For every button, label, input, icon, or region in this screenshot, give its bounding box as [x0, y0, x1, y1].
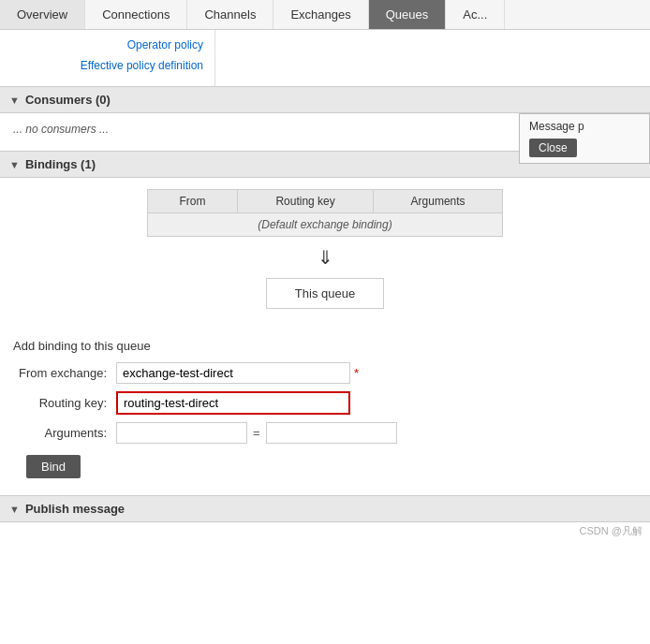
bind-button[interactable]: Bind [26, 455, 81, 478]
tab-overview[interactable]: Overview [0, 0, 85, 29]
arguments-input-right[interactable] [266, 422, 397, 444]
routing-key-row: Routing key: [13, 391, 637, 415]
watermark: CSDN @凡解 [0, 522, 650, 540]
close-popup-button[interactable]: Close [529, 139, 577, 157]
tab-ac[interactable]: Ac... [446, 0, 505, 29]
bindings-section: ▼ Bindings (1) From Routing key Argument… [0, 151, 650, 326]
effective-policy-link[interactable]: Effective policy definition [0, 56, 203, 77]
add-binding-title: Add binding to this queue [13, 339, 637, 353]
popup-title: Message p [529, 120, 640, 133]
bindings-arrow-icon: ▼ [9, 159, 20, 170]
tab-exchanges[interactable]: Exchanges [273, 0, 368, 29]
binding-down-arrow-icon: ⇓ [13, 246, 637, 269]
publish-section: ▼ Publish message [0, 495, 650, 522]
from-exchange-row: From exchange: * [13, 362, 637, 384]
bindings-col-arguments: Arguments [374, 190, 503, 213]
binding-default-cell: (Default exchange binding) [148, 213, 503, 237]
arguments-row: Arguments: = [13, 422, 637, 444]
consumers-arrow-icon: ▼ [9, 95, 20, 106]
operator-policy-link[interactable]: Operator policy [0, 36, 203, 56]
tab-connections[interactable]: Connections [85, 0, 187, 29]
tab-channels[interactable]: Channels [187, 0, 273, 29]
add-binding-section: Add binding to this queue From exchange:… [0, 326, 650, 486]
bindings-table: From Routing key Arguments (Default exch… [147, 189, 503, 237]
equals-sign: = [253, 426, 260, 440]
no-consumers-text: ... no consumers ... [13, 123, 109, 136]
bindings-col-from: From [148, 190, 238, 213]
from-exchange-input[interactable] [116, 362, 350, 384]
bindings-title: Bindings (1) [25, 157, 96, 171]
from-exchange-label: From exchange: [13, 366, 116, 380]
arguments-input-left[interactable] [116, 422, 247, 444]
publish-title: Publish message [25, 502, 125, 516]
tab-queues[interactable]: Queues [369, 0, 447, 29]
bindings-body: From Routing key Arguments (Default exch… [0, 178, 650, 326]
publish-header[interactable]: ▼ Publish message [0, 495, 650, 522]
routing-key-input[interactable] [116, 391, 350, 415]
publish-arrow-icon: ▼ [9, 504, 20, 515]
this-queue-box: This queue [266, 278, 384, 309]
required-star: * [354, 366, 359, 380]
consumers-section: ▼ Consumers (0) ... no consumers ... Mes… [0, 86, 650, 151]
routing-key-label: Routing key: [13, 396, 116, 410]
top-nav: Overview Connections Channels Exchanges … [0, 0, 650, 30]
bindings-col-routing: Routing key [238, 190, 374, 213]
arguments-label: Arguments: [13, 426, 116, 440]
policy-links: Operator policy Effective policy definit… [0, 30, 215, 86]
consumers-title: Consumers (0) [25, 93, 111, 107]
message-popup: Message p Close [519, 113, 650, 164]
consumers-header[interactable]: ▼ Consumers (0) [0, 86, 650, 113]
this-queue-container: This queue [13, 278, 637, 309]
